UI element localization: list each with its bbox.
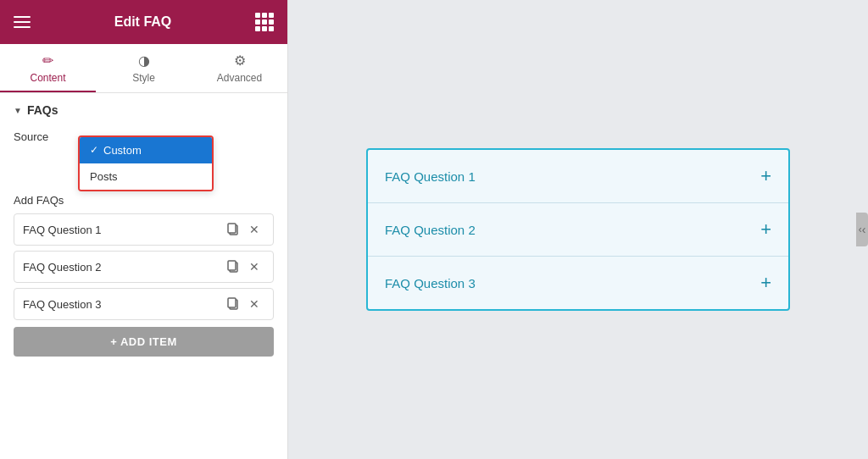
left-panel: Edit FAQ ✏ Content ◑ Style ⚙ Advanced ▼ … — [0, 0, 288, 459]
content-icon: ✏ — [42, 53, 53, 69]
section-title: FAQs — [27, 103, 58, 117]
faq-list-item-3: FAQ Question 3 ✕ — [14, 288, 274, 320]
add-faqs-label: Add FAQs — [14, 194, 274, 207]
faq-item-1-delete-button[interactable]: ✕ — [244, 221, 264, 238]
svg-rect-1 — [228, 224, 236, 233]
source-dropdown-open[interactable]: ✓ Custom Posts — [78, 135, 214, 191]
source-option-posts[interactable]: Posts — [80, 163, 212, 190]
tab-advanced-label: Advanced — [217, 72, 262, 84]
faq-item-2-duplicate-button[interactable] — [222, 258, 244, 275]
tab-advanced[interactable]: ⚙ Advanced — [192, 44, 287, 92]
check-icon: ✓ — [90, 144, 98, 156]
section-header: ▼ FAQs — [14, 103, 274, 117]
right-panel: FAQ Question 1 + FAQ Question 2 + FAQ Qu… — [288, 0, 868, 459]
section-arrow-icon: ▼ — [14, 106, 22, 115]
panel-tabs: ✏ Content ◑ Style ⚙ Advanced — [0, 44, 287, 93]
svg-rect-3 — [228, 261, 236, 270]
faq-preview: FAQ Question 1 + FAQ Question 2 + FAQ Qu… — [366, 148, 790, 311]
panel-title: Edit FAQ — [114, 14, 172, 30]
faq-preview-text-3: FAQ Question 3 — [385, 276, 476, 290]
faq-item-1-label: FAQ Question 1 — [23, 224, 222, 236]
faq-preview-text-1: FAQ Question 1 — [385, 169, 476, 184]
faq-item-2-delete-button[interactable]: ✕ — [244, 258, 264, 275]
source-option-posts-label: Posts — [90, 170, 118, 183]
faq-preview-plus-3: + — [760, 272, 771, 294]
faq-preview-item-2[interactable]: FAQ Question 2 + — [368, 203, 788, 257]
tab-style[interactable]: ◑ Style — [96, 44, 192, 92]
faq-preview-plus-1: + — [760, 165, 771, 187]
add-item-button[interactable]: + ADD ITEM — [14, 327, 274, 357]
faq-item-3-label: FAQ Question 3 — [23, 298, 222, 311]
tab-content[interactable]: ✏ Content — [0, 44, 96, 92]
faq-preview-text-2: FAQ Question 2 — [385, 223, 476, 237]
style-icon: ◑ — [138, 53, 150, 69]
source-label: Source — [14, 130, 81, 143]
panel-header: Edit FAQ — [0, 0, 287, 44]
advanced-icon: ⚙ — [234, 53, 246, 69]
faq-item-3-duplicate-button[interactable] — [222, 296, 244, 312]
faq-preview-plus-2: + — [760, 218, 771, 241]
faq-preview-item-3[interactable]: FAQ Question 3 + — [368, 257, 788, 309]
faq-list-item-2: FAQ Question 2 ✕ — [14, 251, 274, 283]
source-row: Source ✓ Custom Posts — [14, 130, 274, 143]
panel-body: ▼ FAQs Source ✓ Custom Posts Add FA — [0, 93, 287, 459]
faq-list-item-1: FAQ Question 1 ✕ — [14, 213, 274, 246]
faq-item-2-label: FAQ Question 2 — [23, 261, 222, 274]
grid-icon[interactable] — [255, 13, 274, 31]
faq-preview-item-1[interactable]: FAQ Question 1 + — [368, 150, 788, 203]
tab-style-label: Style — [132, 72, 155, 84]
source-option-custom-label: Custom — [103, 144, 142, 157]
tab-content-label: Content — [30, 72, 65, 84]
hamburger-icon[interactable] — [14, 16, 31, 28]
faq-item-1-duplicate-button[interactable] — [222, 221, 244, 238]
svg-rect-5 — [228, 298, 236, 307]
faq-item-3-delete-button[interactable]: ✕ — [244, 296, 264, 312]
source-option-custom[interactable]: ✓ Custom — [80, 137, 212, 163]
